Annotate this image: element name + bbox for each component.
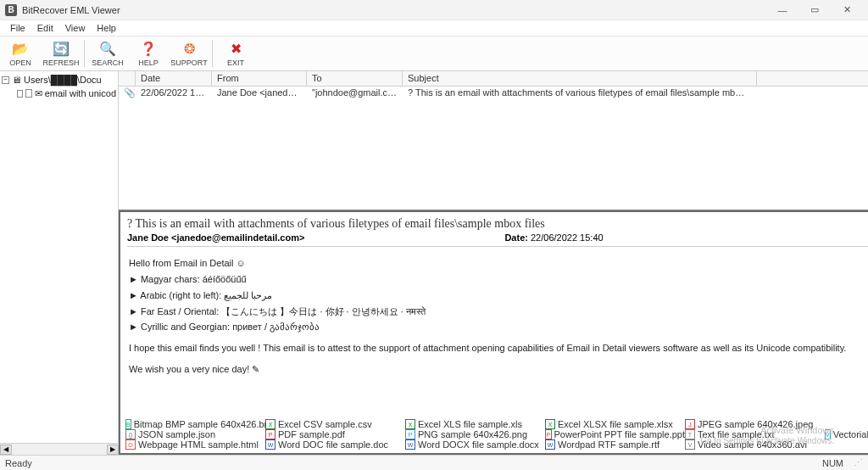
help-button[interactable]: ❓HELP	[128, 36, 169, 70]
refresh-icon: 🔄	[53, 41, 70, 57]
menu-view[interactable]: View	[60, 22, 91, 34]
attachment-item[interactable]: JJPEG sample 640x426.jpeg	[685, 419, 825, 429]
list-header: Date From To Subject	[119, 71, 868, 87]
file-icon: {}	[125, 429, 136, 439]
attachment-item[interactable]: OWebpage HTML sample.html	[125, 439, 265, 450]
mail-icon: ✉	[35, 88, 42, 99]
col-from[interactable]: From	[212, 71, 307, 86]
attachment-item[interactable]: BBitmap BMP sample 640x426.bmp	[125, 419, 265, 429]
search-icon: 🔍	[99, 41, 116, 57]
col-date[interactable]: Date	[136, 71, 212, 86]
paperclip-icon: 📎	[119, 87, 136, 100]
lifebuoy-icon: ❂	[184, 41, 195, 57]
file-icon: P	[265, 429, 275, 439]
menu-help[interactable]: Help	[92, 22, 121, 34]
scroll-left-icon[interactable]: ◀	[0, 445, 12, 455]
file-icon: T	[685, 429, 695, 439]
tree-scrollbar[interactable]: ◀ ▶	[0, 443, 119, 455]
attachments-bar: BBitmap BMP sample 640x426.bmpXExcel CSV…	[120, 417, 868, 453]
attachment-item[interactable]: WWordpad RTF sample.rtf	[545, 439, 685, 450]
attachment-item[interactable]: PPDF sample.pdf	[265, 429, 405, 439]
file-icon: P	[405, 429, 415, 439]
search-button[interactable]: 🔍SEARCH	[87, 36, 128, 70]
attachment-item[interactable]: XExcel XLSX file sample.xlsx	[545, 419, 685, 429]
attachment-item[interactable]: {}JSON sample.json	[125, 429, 265, 439]
attachment-item[interactable]: XExcel CSV sample.csv	[265, 419, 405, 429]
status-ready: Ready	[5, 458, 32, 468]
help-icon: ❓	[140, 41, 157, 57]
preview-subject: ? This is an email with attachments of v…	[127, 217, 868, 231]
menu-file[interactable]: File	[5, 22, 31, 34]
close-button[interactable]: ✕	[831, 1, 863, 20]
open-button[interactable]: 📂OPEN	[0, 36, 41, 70]
app-icon: B	[5, 4, 17, 16]
preview-from: Jane Doe <janedoe@emailindetail.com>	[127, 232, 304, 243]
email-row[interactable]: 📎 22/06/2022 15:40 Jane Doe <janedoe@ema…	[119, 87, 868, 100]
file-icon: V	[825, 429, 831, 439]
drive-icon: 🖥	[12, 75, 21, 85]
toolbar: 📂OPEN 🔄REFRESH 🔍SEARCH ❓HELP ❂SUPPORT ✖E…	[0, 36, 868, 71]
file-icon: J	[685, 419, 695, 429]
attachment-item[interactable]: WWord DOCX file sample.docx	[405, 439, 545, 450]
refresh-button[interactable]: 🔄REFRESH	[41, 36, 81, 70]
status-num: NUM	[822, 458, 843, 468]
col-to[interactable]: To	[307, 71, 403, 86]
attachment-item[interactable]: WWord DOC file sample.doc	[265, 439, 405, 450]
menu-edit[interactable]: Edit	[32, 22, 58, 34]
exit-button[interactable]: ✖EXIT	[215, 36, 256, 70]
checkbox-icon[interactable]	[25, 89, 32, 98]
scroll-right-icon[interactable]: ▶	[107, 445, 119, 455]
attachment-item[interactable]: XExcel XLS file sample.xls	[405, 419, 545, 429]
list-empty	[119, 100, 868, 210]
file-icon: X	[545, 419, 555, 429]
title-bar: B BitRecover EML Viewer — ▭ ✕	[0, 0, 868, 20]
attachment-item[interactable]: PPNG sample 640x426.png	[405, 429, 545, 439]
col-attachment[interactable]	[119, 71, 136, 86]
file-icon: X	[265, 419, 275, 429]
file-icon: P	[545, 429, 552, 439]
file-icon: W	[405, 439, 415, 450]
file-icon: X	[405, 419, 415, 429]
preview-pane: ? This is an email with attachments of v…	[119, 210, 868, 455]
preview-date: 22/06/2022 15:40	[531, 232, 604, 243]
file-icon: W	[545, 439, 555, 450]
attachment-item[interactable]: VVectorial image SVG sample 640x426.svg	[825, 429, 868, 439]
collapse-icon[interactable]: −	[2, 76, 9, 84]
file-icon: O	[125, 439, 136, 450]
file-icon: V	[685, 439, 695, 450]
attachment-item[interactable]: TText file sample.txt	[685, 429, 825, 439]
window-title: BitRecover EML Viewer	[22, 5, 120, 15]
support-button[interactable]: ❂SUPPORT	[169, 36, 209, 70]
folder-tree[interactable]: − 🖥 Users\████\Docu ✉ email with unicod	[0, 71, 119, 443]
attachment-item[interactable]: PPowerPoint PPT file sample.ppt	[545, 429, 685, 439]
expand-icon[interactable]	[17, 90, 23, 98]
close-icon: ✖	[231, 41, 242, 57]
tree-root[interactable]: − 🖥 Users\████\Docu	[2, 73, 116, 87]
preview-body: Hello from Email in Detail ☺ ► Magyar ch…	[120, 250, 868, 417]
folder-open-icon: 📂	[12, 41, 29, 57]
tree-child[interactable]: ✉ email with unicod	[2, 87, 116, 100]
status-bar: Ready NUM ⋰	[0, 455, 868, 470]
col-subject[interactable]: Subject	[403, 71, 757, 86]
minimize-button[interactable]: —	[766, 1, 798, 20]
attachment-item[interactable]: VVideo sample 640x360.avi	[685, 439, 825, 450]
file-icon: B	[125, 419, 131, 429]
file-icon: W	[265, 439, 275, 450]
resize-grip-icon[interactable]: ⋰	[854, 457, 863, 468]
maximize-button[interactable]: ▭	[798, 1, 831, 20]
menu-bar: File Edit View Help	[0, 20, 868, 36]
